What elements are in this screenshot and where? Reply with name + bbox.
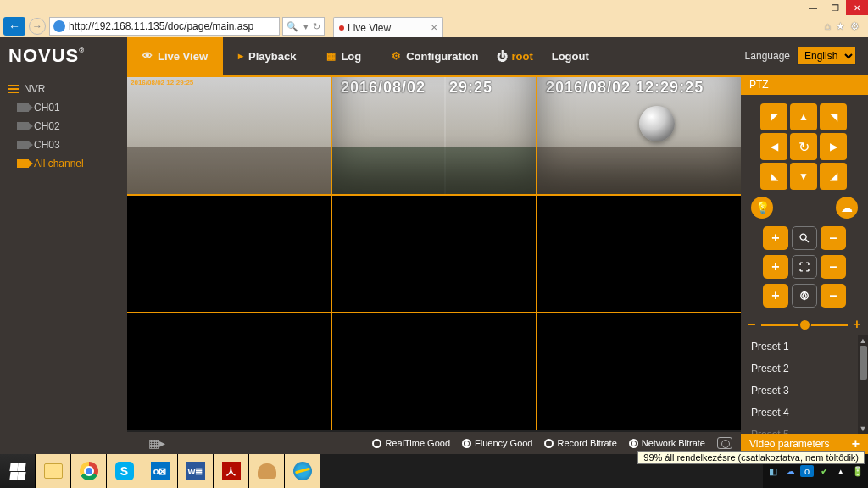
browser-forward-button[interactable]: → <box>29 18 46 35</box>
window-restore[interactable]: ❐ <box>824 0 846 15</box>
tab-favicon <box>339 25 344 30</box>
tab-close-icon[interactable]: ✕ <box>431 23 437 32</box>
system-tray[interactable]: ◧ ☁ o ✔ ▴ 🔋 99% áll rendelkezésre (csatl… <box>763 454 868 488</box>
nav-live-view[interactable]: 👁 Live View <box>127 37 223 75</box>
video-cell-4[interactable] <box>127 196 331 313</box>
tray-battery-icon[interactable]: 🔋 <box>851 464 865 478</box>
ptz-header: PTZ <box>741 75 868 95</box>
preset-item[interactable]: Preset 4 <box>741 402 868 424</box>
video-cell-5[interactable] <box>332 196 536 313</box>
tree-root-nvr[interactable]: NVR <box>0 80 127 98</box>
zoom-out-button[interactable]: – <box>821 226 846 250</box>
nav-log[interactable]: ▦ Log <box>311 37 376 75</box>
nav-playback[interactable]: ▸ Playback <box>223 37 311 75</box>
video-cell-8[interactable] <box>332 313 536 430</box>
tray-shield-icon[interactable]: ✔ <box>817 464 831 478</box>
preset-item[interactable]: Preset 1 <box>741 336 868 358</box>
tools-icon[interactable]: ⚙ <box>850 20 860 32</box>
taskbar-outlook[interactable]: o⊠ <box>142 454 178 488</box>
ptz-left[interactable]: ◀ <box>760 133 787 160</box>
taskbar-paint[interactable] <box>249 454 285 488</box>
browser-back-button[interactable]: ← <box>3 17 25 36</box>
focus-out-button[interactable]: – <box>821 255 846 279</box>
opt-record[interactable]: Record Bitrate <box>544 438 616 448</box>
video-cell-6[interactable] <box>537 196 741 313</box>
window-close[interactable]: ✕ <box>846 0 868 15</box>
ptz-up[interactable]: ▲ <box>790 103 817 130</box>
camera-icon <box>17 122 29 130</box>
layout-selector[interactable]: ▦▸ <box>127 436 186 450</box>
opt-label: Record Bitrate <box>557 438 616 448</box>
taskbar-skype[interactable]: S <box>107 454 142 488</box>
window-titlebar: — ❐ ✕ <box>0 0 868 15</box>
nvr-icon <box>8 85 19 93</box>
zoom-icon <box>792 226 817 250</box>
start-button[interactable] <box>0 454 36 488</box>
tray-outlook-icon[interactable]: o <box>800 465 814 477</box>
ptz-light-button[interactable]: 💡 <box>751 197 773 219</box>
focus-in-button[interactable]: + <box>763 255 788 279</box>
url-text: http://192.168.11.135/doc/page/main.asp <box>69 20 253 32</box>
channel-label: CH02 <box>34 120 60 132</box>
opt-network[interactable]: Network Bitrate <box>629 438 705 448</box>
scroll-up-icon[interactable]: ▲ <box>858 336 868 346</box>
iris-icon <box>792 284 817 308</box>
opt-fluency[interactable]: Fluency Good <box>462 438 532 448</box>
taskbar-file-explorer[interactable] <box>36 454 71 488</box>
video-cell-1[interactable]: 2016/08/02 12:29:25 <box>127 77 331 194</box>
preset-scrollbar[interactable]: ▲ ▼ <box>858 336 868 434</box>
tray-icon[interactable]: ◧ <box>766 464 780 478</box>
scrollbar-thumb[interactable] <box>860 346 867 380</box>
home-icon[interactable]: ⌂ <box>825 20 831 32</box>
channel-ch01[interactable]: CH01 <box>0 98 127 117</box>
ptz-wiper-button[interactable]: ☁ <box>836 197 858 219</box>
iris-close-button[interactable]: – <box>821 284 846 308</box>
browser-search-box[interactable]: 🔍▾↻ <box>282 17 325 36</box>
ptz-down-left[interactable]: ◣ <box>760 163 787 190</box>
window-minimize[interactable]: — <box>802 0 824 15</box>
language-selector: Language English <box>745 47 868 65</box>
favorites-icon[interactable]: ★ <box>836 20 845 32</box>
nav-playback-label: Playback <box>248 50 296 63</box>
ptz-right[interactable]: ▶ <box>820 133 847 160</box>
opt-realtime[interactable]: RealTime Good <box>372 438 450 448</box>
tray-onedrive-icon[interactable]: ☁ <box>783 464 797 478</box>
taskbar-chrome[interactable] <box>71 454 107 488</box>
video-timestamp: 2016/08/0229:25 <box>341 79 492 97</box>
ptz-speed-slider[interactable]: – + <box>741 310 868 336</box>
ptz-up-left[interactable]: ◤ <box>760 103 787 130</box>
language-select[interactable]: English <box>797 47 856 65</box>
nav-logout[interactable]: Logout <box>548 37 604 75</box>
channel-ch03[interactable]: CH03 <box>0 136 127 154</box>
channel-ch02[interactable]: CH02 <box>0 117 127 136</box>
video-cell-2[interactable]: 2016/08/0229:25 <box>332 77 536 194</box>
ptz-panel: PTZ ◤ ▲ ◥ ◀ ↻ ▶ ◣ ▼ ◢ 💡 ☁ + – + <box>741 75 868 454</box>
ptz-auto[interactable]: ↻ <box>790 133 817 160</box>
video-cell-7[interactable] <box>127 313 331 430</box>
minus-icon: – <box>746 317 758 332</box>
scroll-down-icon[interactable]: ▼ <box>858 424 868 434</box>
preset-item[interactable]: Preset 2 <box>741 358 868 380</box>
iris-open-button[interactable]: + <box>763 284 788 308</box>
zoom-in-button[interactable]: + <box>763 226 788 250</box>
video-cell-9[interactable] <box>537 313 741 430</box>
snapshot-button[interactable] <box>717 437 732 449</box>
preset-item[interactable]: Preset 5 <box>741 424 868 434</box>
taskbar-word[interactable]: w≣ <box>178 454 214 488</box>
tree-root-label: NVR <box>24 83 45 95</box>
ptz-down-right[interactable]: ◢ <box>820 163 847 190</box>
browser-url-field[interactable]: http://192.168.11.135/doc/page/main.asp <box>49 17 280 36</box>
channel-all[interactable]: All channel <box>0 154 127 173</box>
browser-tab-liveview[interactable]: Live View ✕ <box>333 17 443 37</box>
preset-list: Preset 1 Preset 2 Preset 3 Preset 4 Pres… <box>741 336 868 434</box>
taskbar-acrobat[interactable]: 人 <box>214 454 249 488</box>
globe-icon <box>53 20 65 32</box>
ptz-up-right[interactable]: ◥ <box>820 103 847 130</box>
video-cell-3[interactable]: 2016/08/02 12:29:25 <box>537 77 741 194</box>
preset-item[interactable]: Preset 3 <box>741 380 868 402</box>
nav-configuration[interactable]: ⚙ Configuration <box>376 37 493 75</box>
tray-chevron-icon[interactable]: ▴ <box>834 464 848 478</box>
camera-icon <box>17 141 29 149</box>
ptz-down[interactable]: ▼ <box>790 163 817 190</box>
taskbar-ie[interactable] <box>285 454 320 488</box>
